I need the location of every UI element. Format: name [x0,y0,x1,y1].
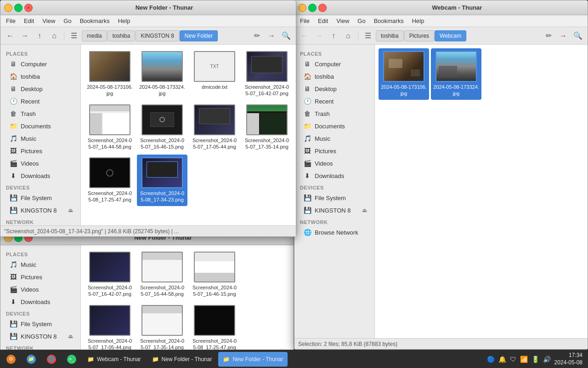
sidebar-filesystem-back[interactable]: 💾 File System [2,318,79,330]
taskbar-app-browser[interactable]: 🌐 [42,352,61,367]
sidebar-computer-webcam[interactable]: 🖥 Computer [296,58,373,70]
next-path-webcam[interactable]: → [556,29,570,42]
breadcrumb-webcam-active[interactable]: Webcam [435,30,466,41]
sidebar-documents-webcam[interactable]: 📁 Documents [296,120,373,132]
file-item-9[interactable]: Screenshot_2024-05-08_17-25-47.png [85,155,135,206]
back-button-webcam[interactable]: ← [297,29,311,42]
sidebar-toshiba-webcam[interactable]: 🏠 toshiba [296,70,373,82]
menu-view-main[interactable]: View [39,16,59,26]
file-item-3[interactable]: TXT dmicode.txt [189,48,240,100]
menu-go-webcam[interactable]: Go [354,16,369,26]
edit-path-main[interactable]: ✏ [250,29,264,42]
wifi-icon[interactable]: 📶 [520,356,528,363]
sidebar-videos-webcam[interactable]: 🎬 Videos [296,157,373,169]
sidebar-trash-webcam[interactable]: 🗑 Trash [296,108,373,120]
sidebar-downloads-main[interactable]: ⬇ Downloads [2,170,79,182]
eject-button-main[interactable]: ⏏ [68,207,73,213]
sidebar-kingston-main[interactable]: 💾 KINGSTON 8 ⏏ [2,204,79,216]
security-icon[interactable]: 🛡 [510,356,516,363]
file-item-5[interactable]: Screenshot_2024-05-07_16-44-58.png [85,102,135,153]
menu-view-webcam[interactable]: View [333,16,353,26]
minimize-button-webcam[interactable] [298,4,306,12]
search-button-main[interactable]: 🔍 [279,29,293,42]
file-item-back-6[interactable]: Screenshot_2024-05-08_17-25-47.png [189,302,240,354]
sidebar-pictures-main[interactable]: 🖼 Pictures [2,145,79,157]
sidebar-music-webcam[interactable]: 🎵 Music [296,132,373,144]
eject-button-back[interactable]: ⏏ [68,333,73,339]
battery-icon[interactable]: 🔋 [531,356,539,363]
taskbar-app-files[interactable]: 📁 [22,352,40,367]
menu-go-main[interactable]: Go [60,16,75,26]
taskbar-window-newfolder2[interactable]: 📁 New Folder - Thunar [218,352,288,367]
eject-button-webcam[interactable]: ⏏ [362,207,367,213]
taskbar-app-settings[interactable]: ⚙ [2,352,20,367]
sidebar-kingston-webcam[interactable]: 💾 KINGSTON 8 ⏏ [296,204,373,216]
sidebar-recent-main[interactable]: 🕐 Recent [2,95,79,107]
edit-path-webcam[interactable]: ✏ [542,29,555,42]
sidebar-trash-main[interactable]: 🗑 Trash [2,108,79,120]
sidebar-videos-back[interactable]: 🎬 Videos [2,283,79,295]
file-item-webcam-2[interactable]: 2024-05-08-173324.jpg [431,48,481,100]
sidebar-filesystem-main[interactable]: 💾 File System [2,192,79,204]
file-item-back-3[interactable]: Screenshot_2024-05-07_16-46-15.png [189,249,240,300]
file-item-back-4[interactable]: Screenshot_2024-05-07_17-05-44.png [85,302,135,354]
breadcrumb-toshiba[interactable]: toshiba [107,30,136,41]
menu-file-webcam[interactable]: File [296,16,313,26]
file-item-webcam-1[interactable]: 2024-05-08-173106.jpg [379,48,429,100]
sidebar-desktop-webcam[interactable]: 🖥 Desktop [296,83,373,95]
taskbar-window-webcam[interactable]: 📁 Webcam - Thunar [83,352,146,367]
file-item-2[interactable]: 2024-05-08-173324.jpg [137,48,187,100]
breadcrumb-media[interactable]: media [82,30,107,41]
sidebar-browse-network-webcam[interactable]: 🌐 Browse Network [296,226,373,238]
sidebar-downloads-webcam[interactable]: ⬇ Downloads [296,170,373,182]
file-item-8[interactable]: Screenshot_2024-05-07_17-35-14.png [242,102,292,153]
bookmarks-nav-main[interactable]: ☰ [67,29,81,42]
volume-icon[interactable]: 🔊 [543,356,551,363]
maximize-button-webcam[interactable] [308,4,317,12]
sidebar-computer-main[interactable]: 🖥 Computer [2,58,79,70]
sidebar-recent-webcam[interactable]: 🕐 Recent [296,95,373,107]
search-button-webcam[interactable]: 🔍 [571,29,585,42]
system-clock[interactable]: 17:34 2024-05-08 [554,352,582,366]
sidebar-videos-main[interactable]: 🎬 Videos [2,157,79,169]
breadcrumb-toshiba-webcam[interactable]: toshiba [376,30,404,41]
sidebar-music-back[interactable]: 🎵 Music [2,259,79,270]
file-item-back-1[interactable]: Screenshot_2024-05-07_16-42-07.png [85,249,135,300]
bluetooth-icon[interactable]: 🔵 [487,356,495,363]
maximize-button-main[interactable] [14,4,23,12]
menu-bookmarks-webcam[interactable]: Bookmarks [370,16,407,26]
sidebar-filesystem-webcam[interactable]: 💾 File System [296,192,373,204]
sidebar-kingston-back[interactable]: 💾 KINGSTON 8 ⏏ [2,330,79,342]
menu-bookmarks-main[interactable]: Bookmarks [76,16,113,26]
close-button-webcam[interactable] [318,4,327,12]
up-button-webcam[interactable]: ↑ [327,29,340,42]
menu-edit-webcam[interactable]: Edit [314,16,332,26]
breadcrumb-pictures-webcam[interactable]: Pictures [404,30,434,41]
minimize-button-main[interactable] [4,4,12,12]
bookmarks-nav-webcam[interactable]: ☰ [361,29,375,42]
forward-button-webcam[interactable]: → [312,29,326,42]
home-button-webcam[interactable]: ⌂ [341,29,355,42]
sidebar-music-main[interactable]: 🎵 Music [2,132,79,144]
close-button-main[interactable]: ✕ [24,4,33,12]
sidebar-documents-main[interactable]: 📁 Documents [2,120,79,132]
file-item-6[interactable]: Screenshot_2024-05-07_16-46-15.png [137,102,187,153]
menu-edit-main[interactable]: Edit [20,16,38,26]
file-item-10[interactable]: Screenshot_2024-05-08_17-34-23.png [137,155,187,206]
file-item-7[interactable]: Screenshot_2024-05-07_17-05-44.png [189,102,240,153]
sidebar-toshiba-main[interactable]: 🏠 toshiba [2,70,79,82]
up-button-main[interactable]: ↑ [33,29,46,42]
file-item-1[interactable]: 2024-05-08-173106.jpg [85,48,135,100]
home-button-main[interactable]: ⌂ [47,29,61,42]
breadcrumb-kingston[interactable]: KINGSTON 8 [136,30,179,41]
file-item-back-5[interactable]: Screenshot_2024-05-07_17-35-14.png [137,302,187,354]
menu-help-webcam[interactable]: Help [408,16,428,26]
breadcrumb-newfolder[interactable]: New Folder [180,30,218,41]
menu-help-main[interactable]: Help [114,16,134,26]
sidebar-pictures-webcam[interactable]: 🖼 Pictures [296,145,373,157]
forward-button-main[interactable]: → [18,29,32,42]
notification-icon[interactable]: 🔔 [498,356,506,363]
taskbar-app-terminal[interactable]: >_ [62,352,81,367]
menu-file-main[interactable]: File [2,16,19,26]
file-item-4[interactable]: Screenshot_2024-05-07_16-42-07.png [242,48,292,100]
